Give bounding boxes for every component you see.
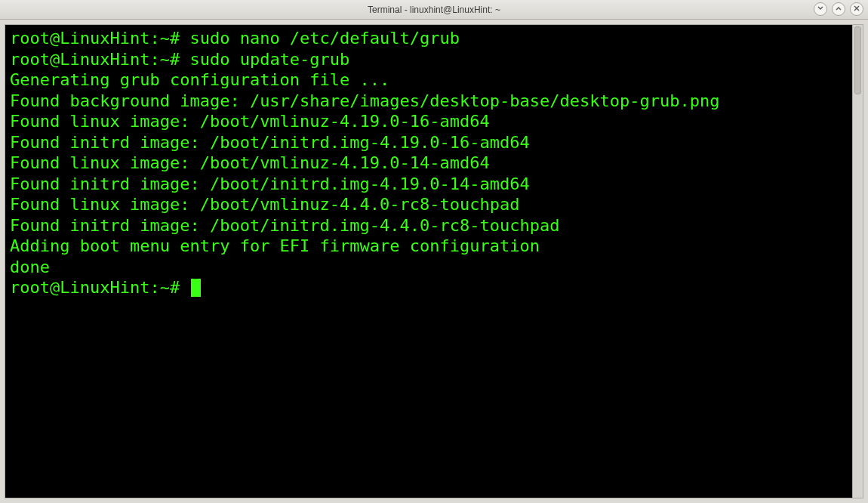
terminal-line: done: [10, 257, 848, 278]
terminal-output-line: Found linux image: /boot/vmlinuz-4.19.0-…: [10, 153, 490, 172]
terminal-output[interactable]: root@LinuxHint:~# sudo nano /etc/default…: [5, 25, 852, 498]
terminal-line: Adding boot menu entry for EFI firmware …: [10, 236, 848, 257]
window-titlebar: Terminal - linuxhint@LinuxHint: ~: [0, 0, 868, 20]
terminal-output-line: Found initrd image: /boot/initrd.img-4.4…: [10, 216, 559, 235]
scrollbar-vertical[interactable]: [852, 25, 863, 498]
terminal-line: Found background image: /usr/share/image…: [10, 91, 848, 112]
terminal-output-line: Adding boot menu entry for EFI firmware …: [10, 236, 540, 255]
terminal-line: root@LinuxHint:~# sudo nano /etc/default…: [10, 28, 848, 49]
terminal-output-line: Found initrd image: /boot/initrd.img-4.1…: [10, 174, 530, 193]
window-controls: [814, 2, 863, 16]
terminal-command: sudo update-grub: [189, 50, 349, 69]
maximize-icon: [835, 5, 842, 14]
terminal-prompt: root@LinuxHint:~#: [10, 278, 180, 297]
maximize-button[interactable]: [832, 2, 845, 16]
terminal-output-line: Found initrd image: /boot/initrd.img-4.1…: [10, 133, 530, 152]
terminal-line: Found linux image: /boot/vmlinuz-4.19.0-…: [10, 153, 848, 174]
terminal-line: Found linux image: /boot/vmlinuz-4.19.0-…: [10, 111, 848, 132]
terminal-container: root@LinuxHint:~# sudo nano /etc/default…: [5, 24, 863, 498]
terminal-output-line: done: [10, 258, 50, 276]
terminal-prompt: root@LinuxHint:~#: [10, 29, 180, 48]
terminal-prompt: root@LinuxHint:~#: [10, 50, 180, 69]
window-frame: root@LinuxHint:~# sudo nano /etc/default…: [0, 20, 868, 503]
minimize-button[interactable]: [814, 2, 827, 16]
terminal-cursor: [191, 279, 201, 297]
close-button[interactable]: [850, 2, 863, 16]
scrollbar-thumb[interactable]: [854, 26, 861, 94]
terminal-line: root@LinuxHint:~#: [10, 277, 848, 298]
terminal-line: root@LinuxHint:~# sudo update-grub: [10, 49, 848, 70]
terminal-command: sudo nano /etc/default/grub: [189, 29, 460, 48]
terminal-line: Found initrd image: /boot/initrd.img-4.1…: [10, 174, 848, 195]
terminal-line: Found linux image: /boot/vmlinuz-4.4.0-r…: [10, 194, 848, 215]
minimize-icon: [817, 5, 824, 14]
terminal-output-line: Found background image: /usr/share/image…: [10, 91, 719, 110]
terminal-output-line: Generating grub configuration file ...: [10, 70, 389, 89]
close-icon: [853, 5, 860, 14]
window-title: Terminal - linuxhint@LinuxHint: ~: [0, 5, 868, 15]
terminal-line: Found initrd image: /boot/initrd.img-4.4…: [10, 215, 848, 236]
terminal-line: Found initrd image: /boot/initrd.img-4.1…: [10, 132, 848, 153]
terminal-output-line: Found linux image: /boot/vmlinuz-4.19.0-…: [10, 112, 490, 131]
terminal-output-line: Found linux image: /boot/vmlinuz-4.4.0-r…: [10, 195, 520, 214]
terminal-line: Generating grub configuration file ...: [10, 69, 848, 91]
